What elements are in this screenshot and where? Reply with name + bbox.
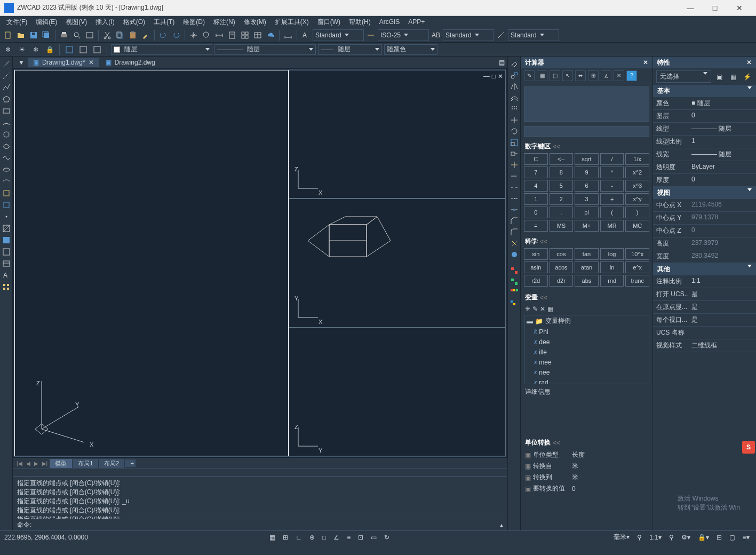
tab-last[interactable]: ▶| <box>41 461 50 466</box>
close-button[interactable]: ✕ <box>727 0 752 16</box>
block-tool[interactable] <box>1 200 12 210</box>
calc-key-x^3[interactable]: x^3 <box>625 180 649 192</box>
sb-ortho-icon[interactable]: ∟ <box>293 533 304 542</box>
minimize-button[interactable]: — <box>678 0 703 16</box>
calc-icon-5[interactable]: ⬌ <box>575 70 586 81</box>
prop-val[interactable]: 是 <box>688 314 756 327</box>
viewport-top-right[interactable]: —□✕ Z X <box>289 70 506 199</box>
dimstyle-combo[interactable]: ISO-25 <box>378 29 429 41</box>
rtool-multi2[interactable] <box>509 299 520 310</box>
props-select-icon[interactable]: ▦ <box>727 71 739 83</box>
menu-edit[interactable]: 编辑(E) <box>31 17 61 28</box>
var-calc-icon[interactable]: ▦ <box>547 305 553 313</box>
cloud-button[interactable] <box>265 29 276 41</box>
prop-val[interactable]: 0 <box>688 174 756 187</box>
var-Phi[interactable]: k Phi <box>524 327 649 337</box>
calc-key-C[interactable]: C <box>524 153 548 165</box>
h-scrollbar[interactable] <box>13 469 507 476</box>
calc-key-3[interactable]: 3 <box>575 193 599 205</box>
menu-insert[interactable]: 插入(I) <box>91 17 118 28</box>
cut-button[interactable] <box>101 29 113 41</box>
layer-iso-button[interactable] <box>91 44 103 56</box>
calc-icon-3[interactable]: ⬚ <box>550 70 560 81</box>
prop-val[interactable]: 1 <box>688 136 756 148</box>
tab-first[interactable]: |◀ <box>15 461 24 466</box>
new-button[interactable] <box>2 29 14 41</box>
rect-tool[interactable] <box>1 106 12 116</box>
ray-tool[interactable] <box>1 70 12 81</box>
calc-key-=[interactable]: = <box>524 220 548 232</box>
sb-grid-icon[interactable]: ▦ <box>267 533 277 542</box>
calc-icon-2[interactable]: ▦ <box>537 70 547 81</box>
menu-draw[interactable]: 绘图(D) <box>179 17 209 28</box>
prop-val[interactable]: 二维线框 <box>688 339 756 352</box>
file-tab-1[interactable]: ▣Drawing1.dwg*✕ <box>28 58 99 67</box>
apps-tool[interactable] <box>1 282 12 292</box>
join-tool[interactable] <box>509 204 520 215</box>
hatch-tool[interactable] <box>1 223 12 234</box>
sb-clean-icon[interactable]: ▢ <box>727 533 737 542</box>
prop-val[interactable]: 是 <box>688 288 756 301</box>
menu-tools[interactable]: 工具(T) <box>149 17 179 28</box>
dist-button[interactable] <box>213 29 225 41</box>
calc-close-icon[interactable]: ✕ <box>643 59 648 66</box>
copy-tool[interactable] <box>509 70 520 81</box>
rtool-grn[interactable] <box>509 276 520 287</box>
trim-tool[interactable] <box>509 160 520 170</box>
cmdline-up-icon[interactable]: ▴ <box>500 521 503 529</box>
menu-view[interactable]: 视图(V) <box>61 17 91 28</box>
calc-sci-abs[interactable]: abs <box>575 275 599 287</box>
calc-icon-7[interactable]: ∡ <box>601 70 611 81</box>
file-tab-1-close[interactable]: ✕ <box>89 59 94 66</box>
calc-sci-trunc[interactable]: trunc <box>625 275 649 287</box>
sb-annovis-icon[interactable]: ⚲ <box>667 533 676 542</box>
maximize-button[interactable]: □ <box>703 0 727 16</box>
calc-sci-e^x[interactable]: e^x <box>625 261 649 273</box>
convert-要转换的值[interactable]: ▣要转换的值0 <box>521 483 652 494</box>
plot-button[interactable] <box>84 29 96 41</box>
command-line[interactable]: 命令: ▴ <box>13 519 507 530</box>
paste-button[interactable] <box>127 29 139 41</box>
layer-icon-4[interactable]: 🔒 <box>44 44 55 56</box>
var-dee[interactable]: x dee <box>524 337 649 347</box>
text-tool[interactable]: A <box>1 270 12 281</box>
sb-dyn-icon[interactable]: ⊡ <box>356 533 365 542</box>
prop-section-视图[interactable]: 视图 <box>653 187 756 199</box>
calc-key-x^y[interactable]: x^y <box>625 193 649 205</box>
calc-sci-tan[interactable]: tan <box>575 248 599 260</box>
convert-转换到[interactable]: ▣转换到米 <box>521 472 652 483</box>
calc-key-1/x[interactable]: 1/x <box>625 153 649 165</box>
var-tree[interactable]: ▬ 📁 变量样例 k Phix deex illex meex neex rad <box>524 315 649 384</box>
viewports[interactable]: Z Y X —□✕ Z X <box>14 69 506 457</box>
polygon-tool[interactable] <box>1 94 12 105</box>
var-rad[interactable]: x rad <box>524 377 649 384</box>
calc-key-MS[interactable]: MS <box>550 220 574 232</box>
layer-icon-2[interactable]: ☀ <box>16 44 28 56</box>
calc-key-MR[interactable]: MR <box>600 220 624 232</box>
offset-tool[interactable] <box>509 92 520 103</box>
calc-sci-rnd[interactable]: rnd <box>600 275 624 287</box>
point-tool[interactable] <box>1 211 12 222</box>
open-button[interactable] <box>15 29 27 41</box>
table-button[interactable] <box>252 29 264 41</box>
prop-val[interactable]: 1:1 <box>688 275 756 288</box>
layer-icon-1[interactable]: ❄ <box>2 44 14 56</box>
var-mee[interactable]: x mee <box>524 357 649 367</box>
save-button[interactable] <box>28 29 39 41</box>
prop-val[interactable] <box>688 327 756 339</box>
calc-icon-6[interactable]: ⊞ <box>588 70 599 81</box>
convert-单位类型[interactable]: ▣单位类型长度 <box>521 449 652 461</box>
var-new-icon[interactable]: ✳ <box>525 305 530 313</box>
calc-var-header[interactable]: 变量 <box>521 291 652 304</box>
var-del-icon[interactable]: ✕ <box>540 305 545 313</box>
prop-section-其他[interactable]: 其他 <box>653 263 756 275</box>
layer-states-button[interactable] <box>77 44 89 56</box>
calc-key-6[interactable]: 6 <box>575 180 599 192</box>
vp-min-icon[interactable]: — <box>483 73 490 80</box>
tab-layout2[interactable]: 布局2 <box>99 459 124 468</box>
layer-prop-button[interactable] <box>63 44 75 56</box>
rotate-tool[interactable] <box>509 126 520 137</box>
calc-button[interactable] <box>226 29 238 41</box>
matchprop-button[interactable] <box>140 29 152 41</box>
tablestyle-combo[interactable]: Standard <box>508 29 559 41</box>
